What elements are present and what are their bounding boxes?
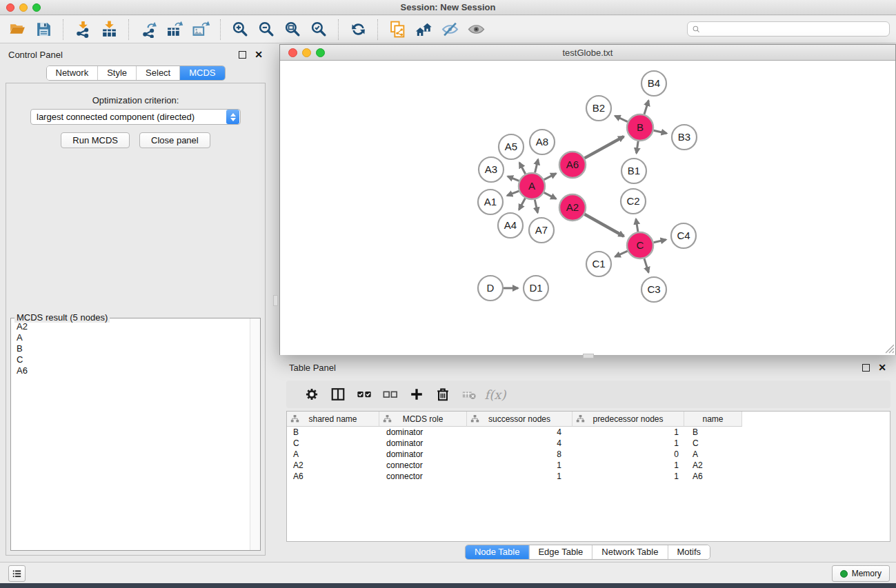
refresh-layout-button[interactable] xyxy=(345,18,371,41)
import-network-button[interactable] xyxy=(70,18,96,41)
table-settings-button[interactable] xyxy=(299,383,325,406)
show-eye-button[interactable] xyxy=(463,18,489,41)
save-session-button[interactable] xyxy=(30,18,57,41)
mcds-result-item[interactable]: A2 xyxy=(12,321,249,332)
mcds-result-item[interactable]: B xyxy=(12,343,249,354)
home-view-button[interactable] xyxy=(410,18,437,41)
graph-node-C[interactable]: C xyxy=(627,232,653,258)
graph-node-A5[interactable]: A5 xyxy=(499,134,524,159)
graph-node-D[interactable]: D xyxy=(478,276,503,301)
column-header-shared-name[interactable]: shared name xyxy=(287,412,379,427)
edge-C-C2[interactable] xyxy=(636,219,638,232)
mcds-result-item[interactable]: A xyxy=(12,332,249,343)
column-visibility-button[interactable] xyxy=(325,383,351,406)
mcds-result-item[interactable]: C xyxy=(12,354,249,365)
deselect-all-button[interactable] xyxy=(377,383,404,406)
edge-A-A5[interactable] xyxy=(519,163,526,174)
mcds-result-item[interactable]: A6 xyxy=(12,365,249,376)
cell-name[interactable]: A6 xyxy=(684,471,742,482)
close-table-panel-icon[interactable]: ✕ xyxy=(878,364,886,372)
network-canvas[interactable]: AA1A2A3A4A5A6A7A8BB1B2B3B4CC1C2C3C4DD1 xyxy=(280,61,895,355)
edge-B-B4[interactable] xyxy=(644,101,648,114)
table-row[interactable]: Cdominator41C xyxy=(287,438,890,449)
tab-edge-table[interactable]: Edge Table xyxy=(528,545,592,559)
cell-name[interactable]: B xyxy=(684,427,742,438)
tab-node-table[interactable]: Node Table xyxy=(466,545,529,559)
graph-node-B2[interactable]: B2 xyxy=(586,96,611,121)
cell-MCDS-role[interactable]: dominator xyxy=(379,449,467,460)
graph-node-A6[interactable]: A6 xyxy=(559,152,586,178)
edge-B-B3[interactable] xyxy=(654,130,667,133)
cell-MCDS-role[interactable]: connector xyxy=(379,471,467,482)
cell-MCDS-role[interactable]: dominator xyxy=(379,427,467,438)
hide-selected-button[interactable] xyxy=(437,18,463,41)
cell-successor-nodes[interactable]: 4 xyxy=(467,438,573,449)
graph-node-C4[interactable]: C4 xyxy=(671,223,696,248)
cell-predecessor-nodes[interactable]: 0 xyxy=(573,449,684,460)
zoom-window-button[interactable] xyxy=(32,3,41,12)
delete-selected-button[interactable] xyxy=(430,383,456,406)
run-mcds-button[interactable]: Run MCDS xyxy=(61,132,130,148)
cell-shared-name[interactable]: A2 xyxy=(287,460,379,471)
mcds-result-list[interactable]: A2ABCA6 xyxy=(12,321,249,549)
edge-A-A6[interactable] xyxy=(544,174,556,180)
edge-A-A3[interactable] xyxy=(508,176,519,181)
graph-node-A8[interactable]: A8 xyxy=(530,130,555,154)
network-close-button[interactable] xyxy=(288,48,297,57)
graph-node-B4[interactable]: B4 xyxy=(641,71,666,96)
search-box[interactable] xyxy=(687,21,890,37)
zoom-out-button[interactable] xyxy=(253,18,279,41)
graph-node-A1[interactable]: A1 xyxy=(478,190,503,214)
cell-name[interactable]: A2 xyxy=(684,460,742,471)
zoom-fit-button[interactable] xyxy=(279,18,306,41)
graph-node-C2[interactable]: C2 xyxy=(621,189,646,214)
graph-node-A[interactable]: A xyxy=(519,173,545,199)
export-network-button[interactable] xyxy=(135,18,161,41)
new-network-from-selection-button[interactable] xyxy=(384,18,410,41)
edge-A-A8[interactable] xyxy=(535,159,539,172)
edge-B-B1[interactable] xyxy=(637,141,638,153)
cell-name[interactable]: C xyxy=(684,438,742,449)
cell-predecessor-nodes[interactable]: 1 xyxy=(573,471,684,482)
search-input[interactable] xyxy=(701,23,889,35)
column-header-successor-nodes[interactable]: successor nodes xyxy=(467,412,573,427)
cell-shared-name[interactable]: A6 xyxy=(287,471,379,482)
cell-successor-nodes[interactable]: 4 xyxy=(467,427,573,438)
cell-successor-nodes[interactable]: 8 xyxy=(467,449,573,460)
table-row[interactable]: A2connector11A2 xyxy=(287,460,890,471)
task-history-button[interactable] xyxy=(8,565,26,582)
edge-A2-C[interactable] xyxy=(584,214,624,236)
memory-button[interactable]: Memory xyxy=(832,565,890,582)
edge-C-C4[interactable] xyxy=(654,240,666,243)
table-row[interactable]: Bdominator41B xyxy=(287,427,890,438)
cell-predecessor-nodes[interactable]: 1 xyxy=(573,427,684,438)
tab-network-table[interactable]: Network Table xyxy=(592,545,667,559)
optimization-criterion-select[interactable]: largest connected component (directed) xyxy=(30,109,241,125)
graph-node-A4[interactable]: A4 xyxy=(498,213,523,238)
graph-node-B3[interactable]: B3 xyxy=(672,125,697,150)
network-minimize-button[interactable] xyxy=(302,48,311,57)
graph-node-D1[interactable]: D1 xyxy=(524,276,548,301)
result-scrollbar[interactable] xyxy=(250,318,260,550)
close-panel-icon[interactable]: ✕ xyxy=(255,51,263,59)
edge-A-A1[interactable] xyxy=(507,191,519,196)
panel-divider-grip[interactable] xyxy=(273,295,278,306)
graph-node-A3[interactable]: A3 xyxy=(479,157,504,182)
resize-grip-icon[interactable] xyxy=(884,343,895,354)
close-window-button[interactable] xyxy=(6,3,14,12)
edge-A-A7[interactable] xyxy=(535,200,537,213)
edge-A-A2[interactable] xyxy=(544,192,556,199)
graph-node-B[interactable]: B xyxy=(627,114,653,141)
float-table-panel-icon[interactable] xyxy=(862,364,870,372)
tab-network[interactable]: Network xyxy=(46,66,97,80)
cell-shared-name[interactable]: C xyxy=(287,438,379,449)
select-all-button[interactable] xyxy=(351,383,377,406)
tab-select[interactable]: Select xyxy=(136,66,179,80)
tab-style[interactable]: Style xyxy=(97,66,136,80)
cell-shared-name[interactable]: B xyxy=(287,427,379,438)
graph-node-C1[interactable]: C1 xyxy=(586,252,611,276)
open-file-button[interactable] xyxy=(4,18,30,41)
cell-MCDS-role[interactable]: connector xyxy=(379,460,467,471)
zoom-selected-button[interactable] xyxy=(306,18,332,41)
graph-node-A7[interactable]: A7 xyxy=(529,218,554,243)
